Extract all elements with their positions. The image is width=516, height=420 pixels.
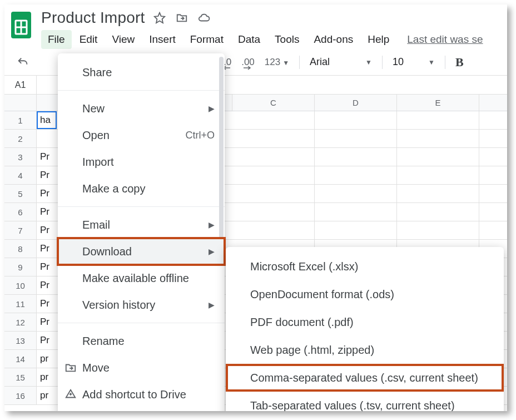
menu-item-version-history[interactable]: Version history ▶ [58, 291, 225, 318]
cell[interactable] [397, 130, 479, 147]
submenu-item-xlsx[interactable]: Microsoft Excel (.xlsx) [226, 253, 504, 280]
submenu-item-pdf[interactable]: PDF document (.pdf) [226, 308, 504, 336]
cell[interactable]: Pr [37, 313, 57, 331]
cell[interactable]: Pr [37, 185, 57, 202]
cell[interactable] [397, 185, 479, 202]
format-more-button[interactable]: 123▼ [265, 57, 289, 68]
cell[interactable]: ha [37, 111, 57, 129]
undo-button[interactable] [16, 55, 30, 70]
row-header[interactable]: 1 [4, 111, 37, 129]
cell[interactable]: Pr [37, 240, 57, 258]
row-header[interactable]: 4 [4, 166, 37, 184]
menu-item-add-shortcut[interactable]: Add shortcut to Drive [58, 381, 225, 408]
cell[interactable]: Pr [37, 221, 57, 239]
column-header[interactable]: D [315, 95, 397, 111]
cell[interactable] [232, 185, 315, 202]
menu-addons[interactable]: Add-ons [307, 30, 360, 49]
cell[interactable] [397, 111, 479, 129]
cell[interactable]: Pr [37, 332, 57, 349]
row-header[interactable]: 2 [4, 130, 37, 147]
cell[interactable] [232, 203, 315, 221]
menu-help[interactable]: Help [361, 30, 396, 49]
cell[interactable] [232, 148, 315, 166]
cell[interactable] [315, 166, 397, 184]
sheets-logo[interactable] [9, 9, 33, 41]
cell[interactable]: Pr [37, 295, 57, 313]
menu-edit[interactable]: Edit [73, 30, 105, 49]
menu-item-make-copy[interactable]: Make a copy [58, 175, 225, 202]
menu-item-open[interactable]: Open Ctrl+O [58, 122, 225, 149]
row-header[interactable]: 14 [4, 350, 37, 368]
cell[interactable]: Pr [37, 166, 57, 184]
row-header[interactable]: 5 [4, 185, 37, 202]
cell[interactable] [232, 166, 315, 184]
submenu-item-ods[interactable]: OpenDocument format (.ods) [226, 280, 504, 308]
cell[interactable] [315, 203, 397, 221]
cell[interactable]: pr [37, 387, 57, 404]
submenu-item-tsv[interactable]: Tab-separated values (.tsv, current shee… [226, 392, 504, 411]
cell[interactable]: pr [37, 368, 57, 386]
cell[interactable] [37, 130, 57, 147]
cell[interactable] [397, 148, 479, 166]
cloud-status-icon[interactable] [197, 11, 211, 25]
row-header[interactable]: 16 [4, 387, 37, 404]
cell[interactable] [479, 111, 507, 129]
cell[interactable] [479, 166, 507, 184]
menu-item-rename[interactable]: Rename [58, 328, 225, 354]
menu-file[interactable]: File [41, 30, 72, 49]
cell[interactable] [232, 221, 315, 239]
row-header[interactable]: 10 [4, 276, 37, 294]
cell[interactable] [479, 185, 507, 202]
last-edit-link[interactable]: Last edit was se [407, 33, 483, 46]
cell[interactable] [315, 221, 397, 239]
cell[interactable] [232, 111, 315, 129]
cell[interactable]: Pr [37, 203, 57, 221]
row-header[interactable]: 13 [4, 332, 37, 349]
column-header[interactable]: F [479, 95, 507, 111]
menu-tools[interactable]: Tools [268, 30, 306, 49]
menu-insert[interactable]: Insert [142, 30, 182, 49]
menu-item-move[interactable]: Move [58, 354, 225, 381]
cell[interactable]: Pr [37, 276, 57, 294]
menu-item-share[interactable]: Share [58, 59, 225, 86]
star-icon[interactable] [152, 11, 167, 25]
row-header[interactable]: 3 [4, 148, 37, 166]
submenu-item-csv[interactable]: Comma-separated values (.csv, current sh… [226, 364, 504, 392]
menu-data[interactable]: Data [231, 30, 267, 49]
cell[interactable] [315, 148, 397, 166]
row-header[interactable]: 6 [4, 203, 37, 221]
column-header[interactable]: E [397, 95, 479, 111]
menu-item-offline[interactable]: Make available offline [58, 265, 225, 291]
select-all-corner[interactable] [4, 95, 37, 111]
submenu-item-html[interactable]: Web page (.html, zipped) [226, 336, 504, 364]
bold-button[interactable]: B [455, 55, 464, 70]
menu-item-import[interactable]: Import [58, 149, 225, 175]
cell[interactable] [479, 130, 507, 147]
cell[interactable]: Pr [37, 258, 57, 276]
menu-view[interactable]: View [105, 30, 141, 49]
decrease-decimal-button[interactable]: .0 [224, 57, 231, 68]
row-header[interactable]: 15 [4, 368, 37, 386]
row-header[interactable]: 7 [4, 221, 37, 239]
row-header[interactable]: 11 [4, 295, 37, 313]
cell[interactable] [479, 221, 507, 239]
document-title[interactable]: Product Import [41, 9, 145, 27]
menu-item-download[interactable]: Download ▶ [58, 238, 225, 265]
cell[interactable] [397, 221, 479, 239]
menu-format[interactable]: Format [183, 30, 230, 49]
cell[interactable] [397, 203, 479, 221]
column-header[interactable]: C [232, 95, 315, 111]
increase-decimal-button[interactable]: .00 [241, 57, 255, 68]
cell[interactable] [315, 185, 397, 202]
cell[interactable] [479, 203, 507, 221]
move-to-folder-icon[interactable] [175, 11, 189, 25]
font-size-select[interactable]: 10▼ [393, 56, 435, 68]
row-header[interactable]: 12 [4, 313, 37, 331]
cell[interactable] [315, 130, 397, 147]
menu-item-email[interactable]: Email ▶ [58, 211, 225, 238]
menu-item-new[interactable]: New ▶ [58, 95, 225, 122]
cell[interactable] [232, 130, 315, 147]
row-header[interactable]: 9 [4, 258, 37, 276]
cell[interactable]: pr [37, 350, 57, 368]
row-header[interactable]: 8 [4, 240, 37, 258]
